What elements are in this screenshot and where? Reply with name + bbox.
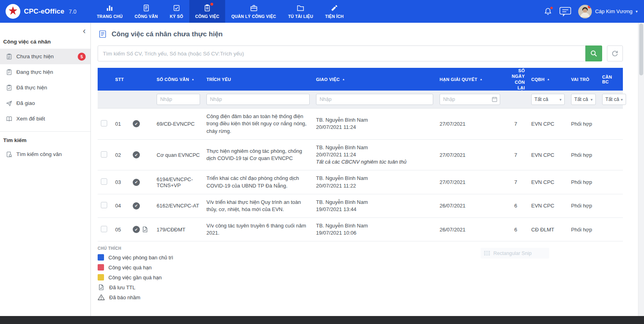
topbar: CPC-eOffice 7.0 TRANG CHỦ CÔNG VĂN KÝ SỐ [0,0,644,23]
cell-trich-yeu[interactable]: V/v công tác tuyên truyền 6 tháng cuối n… [203,222,313,237]
nav-tien-ich[interactable]: TIỆN ÍCH [319,0,350,23]
folder-icon [296,4,304,12]
sidebar-item-tim-kiem-cong-van[interactable]: Tìm kiếm công văn [0,146,90,162]
sidebar-item-chua-thuc-hien[interactable]: Chưa thực hiện 5 [0,49,90,64]
nav-cong-viec[interactable]: CÔNG VIỆC [189,0,226,23]
cell-status: ✔ [130,179,153,186]
table-row[interactable]: 05✔179/CĐĐMTV/v công tác tuyên truyền 6 … [98,218,623,241]
vertical-scrollbar[interactable] [638,23,644,316]
brand-name: CPC-eOffice [24,8,64,16]
nav-label: KÝ SỐ [170,14,183,19]
cell-so-cong-van[interactable]: 69/CĐ-EVNCPC [153,121,203,127]
main-content: Công việc cá nhân chưa thực hiện STT SỐ … [91,23,638,316]
nav-quan-ly-cong-viec[interactable]: QUẢN LÝ CÔNG VIỆC [225,0,282,23]
completed-check-icon: ✔ [133,151,140,158]
filter-han-giai-quyet-input[interactable] [440,94,500,105]
table-row[interactable]: 02✔Cơ quan EVNCPCThực hiện nghiêm công t… [98,140,623,171]
nav-trang-chu[interactable]: TRANG CHỦ [91,0,129,23]
cell-so-cong-van[interactable]: 6194/EVNCPC-TCNS+VP [153,176,203,188]
cell-trich-yeu[interactable]: Triển khai các chỉ đạo phòng chống dịch … [203,175,313,189]
nav-label: TRANG CHỦ [97,14,123,19]
filter-can-bc-select[interactable]: Tất cả▾ [602,94,626,105]
messages-button[interactable] [559,6,571,17]
search-icon [590,50,597,57]
cell-status: ✔ [130,226,153,233]
topbar-right: Cáp Kim Vương ▾ [544,0,644,23]
cell-han-giai-quyet: 26/07/2021 [436,227,503,233]
table-body: 01✔69/CĐ-EVNCPCCông điện đảm bảo an toàn… [98,109,623,241]
col-han-giai-quyet[interactable]: HẠN GIẢI QUYẾT▲ [436,77,503,82]
cell-giao-viec: TB. Nguyễn Bình Nam19/07/2021 10:06 [313,222,436,237]
sidebar-item-xem-de-biet[interactable]: Xem để biết [0,111,90,126]
row-checkbox[interactable] [101,202,107,208]
user-menu[interactable]: Cáp Kim Vương ▾ [578,5,638,18]
cell-vai-tro: Phối hợp [568,121,599,127]
col-stt[interactable]: STT [112,77,130,82]
filter-cqbh-select[interactable]: Tất cả▾ [531,94,565,105]
cell-so-cong-van[interactable]: 6162/EVNCPC-AT [153,203,203,209]
cell-so-cong-van[interactable]: Cơ quan EVNCPC [153,152,203,158]
cell-giao-viec: TB. Nguyễn Bình Nam20/07/2021 11:24 [313,117,436,131]
sidebar-item-dang-thuc-hien[interactable]: Đang thực hiện [0,64,90,80]
col-so-ngay-con-lai[interactable]: SỐ NGÀY CÒN LẠI [503,68,528,91]
search-input[interactable] [98,45,585,61]
legend-item: Công việc quá hạn [98,264,623,271]
scrollbar-thumb[interactable] [639,24,643,75]
cell-status: ✔ [130,202,153,209]
cell-so-ngay-con-lai: 7 [503,152,528,158]
table-row[interactable]: 04✔6162/EVNCPC-ATV/v triển khai thực hiệ… [98,194,623,218]
chevron-down-icon: ▾ [636,9,638,14]
cell-trich-yeu[interactable]: Công điện đảm bảo an toàn hệ thống điện … [203,113,313,135]
sidebar-item-label: Chưa thực hiện [16,53,54,59]
col-giao-viec[interactable]: GIAO VIỆC▲ [313,77,436,82]
app-brand[interactable]: CPC-eOffice 7.0 [0,0,91,23]
row-checkbox[interactable] [101,226,107,232]
sort-asc-icon: ▲ [480,78,483,81]
bar-chart-icon [106,4,114,12]
col-trich-yeu[interactable]: TRÍCH YẾU [203,77,313,82]
search-bar [98,45,623,61]
tools-icon [330,4,338,12]
notifications-button[interactable] [544,7,552,16]
filter-so-cong-van-input[interactable] [157,94,200,105]
row-checkbox[interactable] [101,151,107,158]
cell-trich-yeu[interactable]: Thực hiện nghiêm công tác phòng, chống d… [203,148,313,162]
page-head: Công việc cá nhân chưa thực hiện [98,23,638,40]
assigner-name: TB. Nguyễn Bình Nam [316,175,433,182]
nav-ky-so[interactable]: KÝ SỐ [164,0,189,23]
blue-swatch [98,254,104,261]
row-checkbox[interactable] [101,120,107,126]
sidebar-item-da-thuc-hien[interactable]: Đã thực hiện [0,80,90,95]
nav-cong-van[interactable]: CÔNG VĂN [129,0,164,23]
search-button[interactable] [585,45,602,61]
col-cqbh[interactable]: CQBH▲ [528,77,568,82]
completed-check-icon: ✔ [133,179,140,186]
col-can-bc[interactable]: CẦN BC [599,75,623,84]
cell-stt: 01 [112,121,130,127]
sidebar: ‹ Công việc cá nhân Chưa thực hiện 5 Đan… [0,23,91,316]
cell-han-giai-quyet: 26/07/2021 [436,203,503,209]
sidebar-item-label: Đang thực hiện [16,69,53,75]
notification-dot [210,3,213,6]
refresh-button[interactable] [607,45,623,61]
filter-trich-yeu-input[interactable] [206,94,310,105]
filter-vai-tro-select[interactable]: Tất cả▾ [571,94,596,105]
filter-giao-viec-input[interactable] [316,94,433,105]
evn-logo-icon [6,4,20,19]
table-row[interactable]: 03✔6194/EVNCPC-TCNS+VPTriển khai các chỉ… [98,170,623,194]
nav-tu-tai-lieu[interactable]: TỦ TÀI LIỆU [282,0,319,23]
col-vai-tro[interactable]: VAI TRÒ [568,77,599,82]
table-row[interactable]: 01✔69/CĐ-EVNCPCCông điện đảm bảo an toàn… [98,109,623,140]
assigner-name: TB. Nguyễn Bình Nam [316,117,433,124]
col-so-cong-van[interactable]: SỐ CÔNG VĂN▲ [153,77,203,82]
row-checkbox[interactable] [101,178,107,185]
sidebar-item-da-giao[interactable]: Đã giao [0,95,90,111]
sidebar-item-label: Đã giao [16,100,35,106]
book-icon [6,116,12,122]
cell-trich-yeu[interactable]: V/v triển khai thực hiện Quy trình an to… [203,199,313,213]
cell-han-giai-quyet: 27/07/2021 [436,179,503,185]
sidebar-item-label: Xem để biết [16,116,45,122]
sidebar-collapse-button[interactable]: ‹ [83,27,86,36]
cell-so-cong-van[interactable]: 179/CĐĐMT [153,227,203,233]
user-name: Cáp Kim Vương [595,8,632,14]
